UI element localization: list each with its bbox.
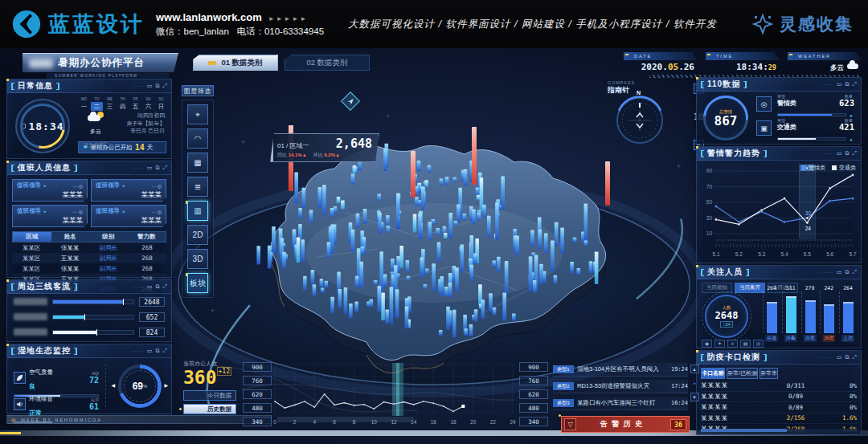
window-icon[interactable]: ⧉ [155, 165, 159, 171]
张某某[interactable]: 某某区张某某副局长268 [12, 263, 166, 274]
expand-icon[interactable]: ⤢ [162, 83, 167, 89]
layer-cctv-button[interactable]: ⌖ [187, 104, 208, 124]
panel-passenger-flow: 周边三线客流·····▭⧉⤢ 2648 652 824 [6, 279, 172, 342]
minimize-icon[interactable]: ▭ [837, 354, 842, 360]
weekday-cell[interactable]: TH四 [117, 97, 129, 111]
alert-row[interactable]: 类型3 某路口有小汽车连闯三个红灯 16:24 [553, 397, 688, 410]
window-icon[interactable]: ⧉ [155, 348, 159, 354]
某某某某[interactable]: 某某某某0/3110% [701, 381, 857, 392]
某某某某[interactable]: 某某某某0/890% [701, 402, 857, 413]
focus-bar[interactable]: 242涉恐 [820, 285, 837, 342]
website-link[interactable]: www.lanlanwork.com [156, 11, 262, 23]
file-icon[interactable]: ▤ [740, 340, 751, 348]
weekday-cell[interactable]: SU日 [155, 97, 167, 111]
layer-3d-button[interactable]: 3D [187, 249, 208, 269]
window-icon[interactable]: ⧉ [845, 150, 849, 157]
inspiration-collect[interactable]: 灵感收集 [752, 13, 854, 35]
某某某[interactable]: 值班领导»⋯ ◎ 某某某 [91, 179, 166, 202]
target-icon[interactable]: ◎ [158, 184, 162, 189]
minimize-icon[interactable]: ▭ [147, 165, 153, 171]
layer-2d-button[interactable]: 2D [187, 225, 208, 245]
chevron-right-icon: » [122, 209, 125, 214]
target-icon[interactable]: ◎ [79, 184, 83, 189]
focus-bar[interactable]: 279涉黑 [801, 285, 819, 342]
focus-bar[interactable]: 264在逃 [763, 285, 780, 342]
legend-item[interactable]: 交通类 [832, 164, 856, 172]
window-icon[interactable]: ⧉ [155, 283, 159, 290]
camera-icon[interactable]: ⌖ [727, 340, 738, 348]
checkpoint-header-tab[interactable]: 异常率 [760, 368, 778, 379]
window-icon[interactable]: ⧉ [845, 81, 849, 88]
layer-radar-button[interactable]: ◠ [187, 128, 208, 149]
window-icon[interactable]: ⧉ [845, 354, 849, 360]
office-trend-chart[interactable]: 024681012141618202224 [273, 361, 516, 429]
more-icon[interactable]: ⋯ [72, 184, 77, 189]
minimize-icon[interactable]: ▭ [147, 283, 153, 290]
tab-data-category-1[interactable]: 01 数据类别 [193, 55, 278, 71]
某某某[interactable]: 值班领导»⋯ ◎ 某某某 [12, 205, 88, 227]
key-icon[interactable]: ✦ [714, 340, 725, 348]
today-data-button[interactable]: 今日数据 [183, 390, 236, 401]
某某某[interactable]: 值班领导»⋯ ◎ 某某某 [12, 179, 88, 202]
checkpoint-header-tab[interactable]: 卡口名称 [701, 368, 725, 379]
某某某[interactable]: 值班领导»⋯ ◎ 某某某 [91, 205, 166, 227]
target-icon[interactable]: ◎ [158, 210, 162, 214]
brand-logo[interactable]: 蓝蓝设计 [0, 9, 145, 39]
weekday-cell[interactable]: FR五 [129, 97, 141, 111]
legend-item[interactable]: 警情类 [801, 164, 825, 172]
minimize-icon[interactable]: ▭ [837, 81, 842, 88]
alert-history-banner[interactable]: ▽ 告警历史 36 [561, 416, 690, 433]
focus-bar-chart[interactable]: 264在逃311涉毒279涉黑242涉恐264上访 [763, 285, 857, 342]
expand-icon[interactable]: ⤢ [162, 348, 167, 354]
minimize-icon[interactable]: ▭ [837, 269, 842, 275]
gauge-right-arrow[interactable]: ▶ [164, 382, 168, 388]
more-icon[interactable]: ⋯ [151, 210, 156, 214]
layer-plate-button[interactable]: 板块 [187, 273, 208, 293]
expand-icon[interactable]: ⤢ [852, 354, 857, 360]
compass-dial[interactable] [614, 93, 665, 145]
weekday-cell[interactable]: TU二 [91, 97, 103, 111]
expand-icon[interactable]: ⤢ [852, 150, 857, 157]
layer-grid-button[interactable]: ▦ [187, 153, 208, 173]
svg-text:30: 30 [706, 215, 713, 221]
focus-tab-left[interactable]: 当日离开 [735, 283, 765, 293]
focus-bar[interactable]: 264上访 [839, 285, 857, 342]
王某某[interactable]: 某某区王某某副局长268 [12, 253, 166, 263]
weekday-cell[interactable]: SA六 [142, 97, 154, 111]
layer-list-button[interactable]: ≣ [187, 177, 208, 197]
svg-text:6: 6 [333, 419, 336, 425]
某某某某[interactable]: 某某某某2/1561.6% [701, 413, 857, 425]
checkpoint-header-tab[interactable]: 异常/已检测 [727, 368, 758, 379]
history-data-button[interactable]: 历史数据 [183, 404, 236, 414]
checkpoint-scrollbar[interactable] [701, 429, 857, 432]
target-icon[interactable]: ◎ [79, 210, 83, 214]
alert-row[interactable]: 类型1 湿地3-104片区有不明人员闯入 19:24 [553, 363, 688, 377]
expand-icon[interactable]: ⤢ [162, 283, 167, 290]
minimize-icon[interactable]: ▭ [147, 348, 153, 354]
tab-data-category-2[interactable]: 02 数据类别 [285, 55, 370, 71]
alert-row[interactable]: 类型2 RD13-53街道报警疑似火灾 17:24 [553, 380, 688, 393]
svg-text:4: 4 [313, 419, 317, 425]
more-icon[interactable]: ⋯ [151, 184, 156, 189]
scroll-down-button[interactable]: ▼ [690, 393, 699, 401]
minimize-icon[interactable]: ▭ [147, 83, 153, 89]
more-icon[interactable]: ⋯ [72, 210, 77, 214]
expand-icon[interactable]: ⤢ [852, 269, 857, 275]
window-icon[interactable]: ⧉ [845, 269, 849, 275]
某某某某[interactable]: 某某某某0/890% [701, 392, 857, 403]
window-icon[interactable]: ⧉ [155, 83, 159, 89]
expand-icon[interactable]: ⤢ [852, 81, 857, 88]
weekday-cell[interactable]: MO一 [78, 97, 90, 111]
svg-text:5.3: 5.3 [758, 251, 765, 257]
minimize-icon[interactable]: ▭ [837, 150, 842, 157]
trend-line-chart[interactable]: 9070503010▾30245.15.25.35.45.55.65.7 [700, 161, 859, 263]
focus-bar[interactable]: 311涉毒 [782, 285, 800, 342]
张某某[interactable]: 某某区张某某副局长268 [12, 242, 166, 253]
person-icon[interactable]: ◉ [702, 340, 712, 348]
gauge-left-arrow[interactable]: ◀ [111, 382, 115, 388]
weekday-cell[interactable]: WE三 [104, 97, 116, 111]
layer-barchart-button[interactable]: ▥ [187, 201, 208, 221]
expand-icon[interactable]: ⤢ [162, 165, 167, 171]
scroll-up-button[interactable]: ▲ [690, 365, 699, 373]
panel-title: 湿地生态监控 [18, 345, 71, 356]
